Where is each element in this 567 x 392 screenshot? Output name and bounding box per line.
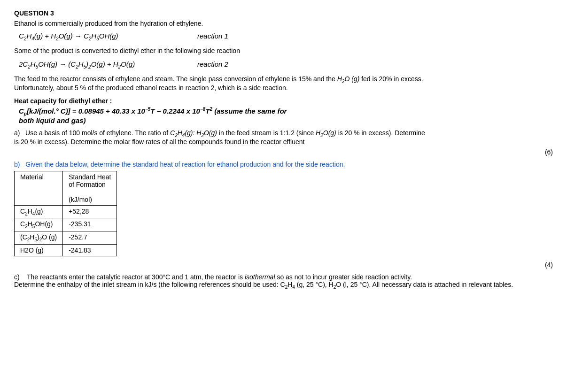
part-a-block: a) Use a basis of 100 mol/s of ethylene.… <box>14 129 553 156</box>
reaction1-line: C2H4(g) + H2O(g) → C2H5OH(g) reaction 1 <box>19 32 553 41</box>
table-row: C2H5OH(g) -235.31 <box>15 218 117 231</box>
table-row: C2H4(g) +52,28 <box>15 205 117 218</box>
side-reaction-intro: Some of the product is converted to diet… <box>14 47 553 54</box>
intro-text: Ethanol is commercially produced from th… <box>14 20 553 27</box>
feed-text: The feed to the reactor consists of ethy… <box>14 75 553 92</box>
points-a: (6) <box>14 148 553 156</box>
table-cell-material1: C2H4(g) <box>15 205 63 218</box>
part-b-text: b) Given the data below, determine the s… <box>14 161 345 168</box>
heat-capacity-eq: Cp[kJ/(mol.° C)] = 0.08945 + 40.33 x 10−… <box>19 107 214 115</box>
part-a-text3: is 20 % in excess). Determine the molar … <box>14 138 304 146</box>
table-row: (C2H5)2O (g) -252.7 <box>15 231 117 245</box>
table-cell-material3: (C2H5)2O (g) <box>15 231 63 245</box>
table-cell-material2: C2H5OH(g) <box>15 218 63 231</box>
part-b-block: b) Given the data below, determine the s… <box>14 161 553 269</box>
h2o-italic: H2O (g) <box>337 75 360 83</box>
table-cell-value1: +52,28 <box>63 205 117 218</box>
table-row: H2O (g) -241.83 <box>15 244 117 256</box>
reaction2-line: 2C2H5OH(g) → (C2H5)2O(g) + H2O(g) reacti… <box>19 60 553 69</box>
h2o-g: H2O(g) <box>316 129 336 137</box>
part-c-block: c) The reactants enter the catalytic rea… <box>14 273 553 290</box>
table-cell-value4: -241.83 <box>63 244 117 256</box>
reaction2-label: reaction 2 <box>197 60 228 68</box>
data-table: Material Standard Heatof Formation(kJ/mo… <box>14 171 117 256</box>
heat-capacity-note2: both liquid and gas) <box>19 116 86 124</box>
heat-capacity-note: (assume the same for <box>214 107 287 115</box>
table-header-material: Material <box>15 171 63 205</box>
heat-capacity-label: Heat capacity for diethyl ether : <box>14 97 553 105</box>
heat-capacity-formula: Cp[kJ/(mol.° C)] = 0.08945 + 40.33 x 10−… <box>19 107 553 124</box>
ratio-formula: C2H4(g): H2O(g) <box>170 129 217 137</box>
reaction1-label: reaction 1 <box>197 32 228 40</box>
table-cell-value3: -252.7 <box>63 231 117 245</box>
table-header-heat: Standard Heatof Formation(kJ/mol) <box>63 171 117 205</box>
part-a-label: a) Use a basis of 100 mol/s of ethylene.… <box>14 129 553 146</box>
isothermal-text: isothermal <box>245 273 275 281</box>
part-b-label: b) Given the data below, determine the s… <box>14 161 553 168</box>
table-cell-material4: H2O (g) <box>15 244 63 256</box>
part-a-prefix: a) Use a basis of 100 mol/s of ethylene.… <box>14 129 425 137</box>
table-cell-value2: -235.31 <box>63 218 117 231</box>
part-c-prefix: c) The reactants enter the catalytic rea… <box>14 273 513 288</box>
heat-capacity-block: Heat capacity for diethyl ether : Cp[kJ/… <box>14 97 553 124</box>
question-number: QUESTION 3 <box>14 9 553 17</box>
reaction1-formula: C2H4(g) + H2O(g) → C2H5OH(g) <box>19 32 169 41</box>
question-container: QUESTION 3 Ethanol is commercially produ… <box>14 9 553 290</box>
points-b: (4) <box>14 261 553 269</box>
reaction2-formula: 2C2H5OH(g) → (C2H5)2O(g) + H2O(g) <box>19 60 169 69</box>
